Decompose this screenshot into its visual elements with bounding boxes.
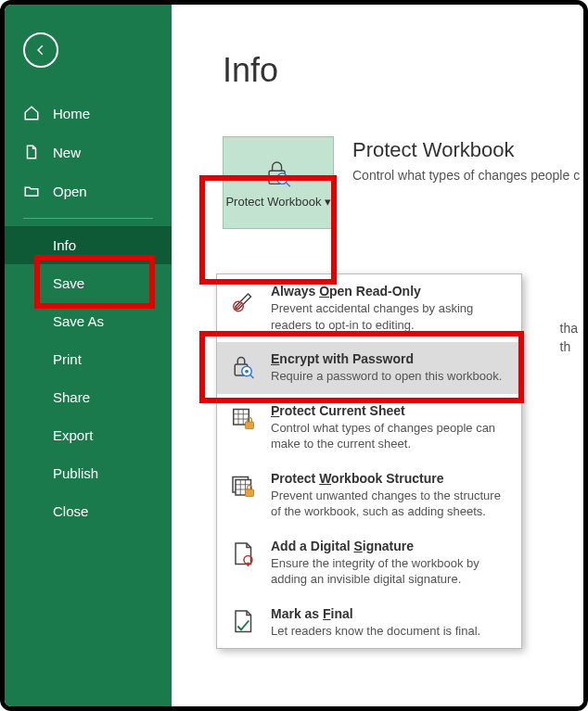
menu-item-text: Protect Current Sheet Control what types… bbox=[271, 403, 508, 452]
sidebar-item-label: Close bbox=[53, 503, 88, 519]
menu-item-desc: Require a password to open this workbook… bbox=[271, 368, 508, 385]
sidebar-item-export[interactable]: Export bbox=[5, 416, 172, 454]
lock-key-icon bbox=[230, 353, 258, 381]
backstage-sidebar: Home New Open Info Save Save As Print Sh… bbox=[5, 5, 172, 706]
pencil-no-icon bbox=[230, 286, 258, 313]
sidebar-item-save[interactable]: Save bbox=[5, 264, 172, 302]
chevron-down-icon: ▾ bbox=[325, 195, 331, 209]
sidebar-item-home[interactable]: Home bbox=[5, 94, 172, 133]
open-icon bbox=[23, 183, 40, 199]
menu-item-protect-workbook-structure[interactable]: Protect Workbook Structure Prevent unwan… bbox=[217, 462, 521, 529]
menu-item-title: Encrypt with Password bbox=[271, 351, 508, 366]
sidebar-item-label: Info bbox=[53, 237, 76, 253]
back-button[interactable] bbox=[23, 32, 58, 68]
sheet-lock-icon bbox=[230, 405, 258, 433]
protect-button-label: Protect Workbook▾ bbox=[225, 195, 330, 209]
protect-section-text: Protect Workbook Control what types of c… bbox=[352, 136, 580, 183]
menu-item-text: Add a Digital Signature Ensure the integ… bbox=[271, 539, 508, 588]
svg-point-6 bbox=[245, 370, 249, 374]
svg-point-2 bbox=[280, 176, 284, 180]
sidebar-item-save-as[interactable]: Save As bbox=[5, 302, 172, 340]
protect-workbook-button[interactable]: Protect Workbook▾ bbox=[223, 136, 334, 229]
clipped-text: tha th bbox=[560, 320, 578, 356]
sidebar-item-label: Publish bbox=[53, 465, 98, 481]
section-heading: Protect Workbook bbox=[352, 138, 580, 162]
menu-item-text: Mark as Final Let readers know the docum… bbox=[271, 606, 508, 640]
sidebar-item-share[interactable]: Share bbox=[5, 378, 172, 416]
sidebar-item-print[interactable]: Print bbox=[5, 340, 172, 378]
final-icon bbox=[230, 608, 258, 636]
sidebar-item-new[interactable]: New bbox=[5, 133, 172, 171]
sidebar-item-label: Open bbox=[53, 184, 87, 199]
menu-item-title: Protect Workbook Structure bbox=[271, 471, 508, 486]
menu-item-encrypt-with-password[interactable]: Encrypt with Password Require a password… bbox=[217, 342, 521, 394]
sidebar-item-label: Save As bbox=[53, 313, 104, 329]
menu-item-title: Protect Current Sheet bbox=[271, 403, 508, 418]
sidebar-item-label: New bbox=[53, 145, 81, 160]
page-title: Info bbox=[223, 51, 583, 90]
menu-item-add-digital-signature[interactable]: Add a Digital Signature Ensure the integ… bbox=[217, 529, 521, 597]
new-icon bbox=[23, 144, 40, 160]
home-icon bbox=[23, 105, 40, 121]
workbook-lock-icon bbox=[230, 473, 258, 501]
sidebar-item-label: Home bbox=[53, 106, 90, 121]
sidebar-item-label: Share bbox=[53, 389, 90, 405]
menu-item-text: Protect Workbook Structure Prevent unwan… bbox=[271, 471, 508, 520]
svg-rect-8 bbox=[246, 422, 254, 429]
menu-item-title: Mark as Final bbox=[271, 606, 508, 621]
menu-item-text: Always Open Read-Only Prevent accidental… bbox=[271, 284, 508, 333]
menu-item-always-open-read-only[interactable]: Always Open Read-Only Prevent accidental… bbox=[217, 274, 521, 342]
menu-item-desc: Prevent accidental changes by asking rea… bbox=[271, 300, 508, 333]
menu-item-mark-as-final[interactable]: Mark as Final Let readers know the docum… bbox=[217, 597, 521, 649]
back-arrow-icon bbox=[34, 44, 47, 57]
protect-workbook-dropdown: Always Open Read-Only Prevent accidental… bbox=[216, 273, 522, 649]
app-frame: Home New Open Info Save Save As Print Sh… bbox=[0, 0, 588, 711]
section-subtext: Control what types of changes people c bbox=[352, 168, 580, 183]
sidebar-item-label: Print bbox=[53, 351, 82, 367]
menu-item-desc: Control what types of changes people can… bbox=[271, 420, 508, 452]
menu-item-protect-current-sheet[interactable]: Protect Current Sheet Control what types… bbox=[217, 394, 521, 462]
sidebar-separator bbox=[23, 218, 153, 219]
sidebar-item-close[interactable]: Close bbox=[5, 492, 172, 530]
sidebar-item-open[interactable]: Open bbox=[5, 171, 172, 210]
sidebar-item-label: Save bbox=[53, 275, 84, 291]
menu-item-desc: Prevent unwanted changes to the structur… bbox=[271, 488, 508, 520]
sidebar-item-info[interactable]: Info bbox=[5, 226, 172, 264]
menu-item-title: Always Open Read-Only bbox=[271, 284, 508, 298]
menu-item-desc: Let readers know the document is final. bbox=[271, 623, 508, 640]
sidebar-item-label: Export bbox=[53, 427, 93, 443]
menu-item-desc: Ensure the integrity of the workbook by … bbox=[271, 555, 508, 588]
signature-icon bbox=[230, 540, 258, 568]
lock-key-icon bbox=[262, 158, 294, 189]
menu-item-text: Encrypt with Password Require a password… bbox=[271, 351, 508, 385]
menu-item-title: Add a Digital Signature bbox=[271, 539, 508, 553]
protect-workbook-area: Protect Workbook▾ Protect Workbook Contr… bbox=[223, 136, 583, 229]
sidebar-item-publish[interactable]: Publish bbox=[5, 454, 172, 492]
svg-rect-11 bbox=[246, 489, 254, 497]
